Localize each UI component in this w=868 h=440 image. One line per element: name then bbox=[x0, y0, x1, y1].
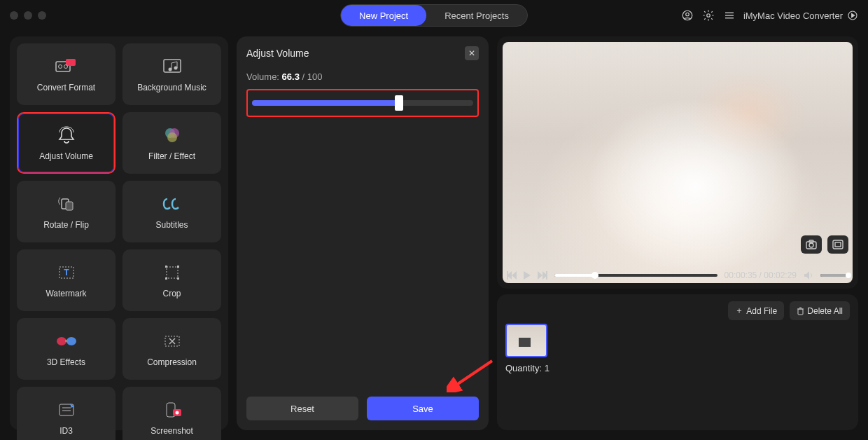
svg-rect-12 bbox=[164, 60, 181, 72]
svg-point-2 bbox=[707, 14, 710, 18]
id3-icon bbox=[55, 399, 78, 420]
panel-title: Adjust Volume bbox=[246, 48, 309, 59]
svg-point-11 bbox=[64, 65, 67, 69]
tool-watermark[interactable]: T Watermark bbox=[17, 249, 115, 311]
mini-volume-slider[interactable] bbox=[820, 274, 848, 277]
svg-marker-7 bbox=[852, 13, 855, 17]
tool-id3[interactable]: ID3 bbox=[17, 387, 115, 440]
svg-text:T: T bbox=[64, 268, 69, 277]
app-brand: iMyMac Video Converter bbox=[743, 10, 858, 21]
volume-slider[interactable] bbox=[252, 100, 473, 106]
volume-slider-highlight bbox=[246, 89, 479, 117]
tool-3d-effects[interactable]: 3D Effects bbox=[17, 318, 115, 380]
playback-controls: 00:00:35 / 00:02:29 bbox=[507, 270, 848, 280]
max-dot[interactable] bbox=[38, 11, 46, 20]
svg-point-36 bbox=[175, 411, 178, 415]
svg-point-17 bbox=[167, 132, 177, 142]
delete-all-button[interactable]: Delete All bbox=[790, 301, 850, 320]
next-button[interactable] bbox=[538, 271, 547, 280]
close-panel-button[interactable]: ✕ bbox=[465, 46, 479, 60]
screenshot-icon bbox=[160, 399, 184, 420]
tool-label: Subtitles bbox=[155, 220, 188, 230]
gear-icon[interactable] bbox=[701, 8, 715, 22]
main-area: Convert Format Background Music Adjust V… bbox=[0, 31, 868, 440]
svg-rect-44 bbox=[507, 271, 508, 280]
svg-point-28 bbox=[66, 337, 76, 345]
progress-bar[interactable] bbox=[554, 274, 718, 277]
subtitles-icon bbox=[160, 193, 184, 214]
svg-rect-23 bbox=[165, 266, 167, 268]
tool-background-music[interactable]: Background Music bbox=[122, 43, 221, 105]
file-thumbnail[interactable] bbox=[505, 324, 547, 357]
tool-screenshot[interactable]: Screenshot bbox=[122, 387, 221, 440]
svg-line-37 bbox=[454, 361, 492, 387]
svg-rect-25 bbox=[165, 277, 167, 280]
svg-rect-41 bbox=[833, 240, 843, 249]
app-name: iMyMac Video Converter bbox=[743, 11, 843, 21]
snapshot-button[interactable] bbox=[801, 235, 822, 254]
svg-rect-19 bbox=[66, 202, 73, 210]
tool-subtitles[interactable]: Subtitles bbox=[122, 181, 221, 242]
adjust-volume-panel: Adjust Volume ✕ Volume: 66.3 / 100 Reset… bbox=[237, 36, 489, 430]
tool-label: 3D Effects bbox=[47, 357, 85, 367]
volume-label: Volume: bbox=[246, 71, 282, 82]
play-circle-icon bbox=[847, 10, 858, 21]
watermark-icon: T bbox=[55, 262, 78, 283]
close-dot[interactable] bbox=[10, 11, 18, 20]
preview-frame bbox=[503, 42, 853, 283]
annotation-arrow bbox=[447, 357, 496, 392]
time-display: 00:00:35 / 00:02:29 bbox=[724, 270, 797, 280]
volume-value: 66.3 bbox=[282, 71, 300, 82]
svg-point-10 bbox=[58, 65, 62, 69]
account-icon[interactable] bbox=[680, 8, 694, 22]
play-button[interactable] bbox=[524, 271, 531, 280]
svg-rect-51 bbox=[798, 309, 803, 315]
tool-sidebar: Convert Format Background Music Adjust V… bbox=[10, 36, 228, 430]
tab-new-project[interactable]: New Project bbox=[341, 5, 426, 26]
tool-convert-format[interactable]: Convert Format bbox=[17, 43, 115, 105]
volume-readout: Volume: 66.3 / 100 bbox=[246, 71, 479, 82]
svg-point-1 bbox=[686, 13, 690, 16]
tool-filter-effect[interactable]: Filter / Effect bbox=[122, 112, 221, 174]
tool-label: Background Music bbox=[137, 83, 206, 92]
reset-button[interactable]: Reset bbox=[246, 397, 358, 420]
tool-rotate-flip[interactable]: Rotate / Flip bbox=[17, 181, 115, 242]
svg-rect-42 bbox=[835, 242, 841, 247]
tool-label: Crop bbox=[162, 289, 181, 298]
crop-icon bbox=[160, 262, 184, 283]
tool-label: Screenshot bbox=[150, 426, 193, 436]
tool-crop[interactable]: Crop bbox=[122, 249, 221, 311]
slider-thumb[interactable] bbox=[395, 95, 403, 111]
filter-icon bbox=[160, 125, 184, 146]
volume-bell-icon bbox=[55, 125, 78, 146]
tool-compression[interactable]: Compression bbox=[122, 318, 221, 380]
svg-marker-47 bbox=[538, 271, 542, 280]
speaker-icon[interactable] bbox=[804, 270, 813, 280]
window-controls bbox=[10, 11, 46, 20]
titlebar: New Project Recent Projects iMyMac Video… bbox=[0, 0, 868, 31]
tool-label: Rotate / Flip bbox=[43, 220, 89, 230]
svg-point-39 bbox=[809, 243, 813, 247]
prev-button[interactable] bbox=[507, 271, 517, 280]
svg-rect-49 bbox=[546, 271, 547, 280]
quantity-readout: Quantity: 1 bbox=[505, 363, 850, 373]
project-tabs: New Project Recent Projects bbox=[340, 4, 528, 27]
tool-adjust-volume[interactable]: Adjust Volume bbox=[17, 112, 115, 174]
add-file-button[interactable]: ＋Add File bbox=[728, 301, 784, 320]
top-right-controls: iMyMac Video Converter bbox=[680, 8, 858, 22]
tool-label: Filter / Effect bbox=[148, 151, 195, 161]
tool-label: Adjust Volume bbox=[39, 151, 93, 161]
tool-label: Compression bbox=[147, 357, 197, 367]
convert-icon bbox=[55, 56, 78, 77]
menu-icon[interactable] bbox=[722, 8, 736, 22]
tool-label: Convert Format bbox=[37, 83, 95, 92]
tab-recent-projects[interactable]: Recent Projects bbox=[426, 5, 527, 26]
save-button[interactable]: Save bbox=[367, 397, 479, 420]
svg-rect-9 bbox=[66, 59, 76, 66]
svg-marker-46 bbox=[524, 271, 531, 280]
music-icon bbox=[160, 56, 184, 77]
svg-rect-26 bbox=[177, 277, 179, 280]
min-dot[interactable] bbox=[24, 11, 32, 20]
fullscreen-button[interactable] bbox=[827, 235, 848, 254]
tool-label: ID3 bbox=[59, 426, 73, 436]
